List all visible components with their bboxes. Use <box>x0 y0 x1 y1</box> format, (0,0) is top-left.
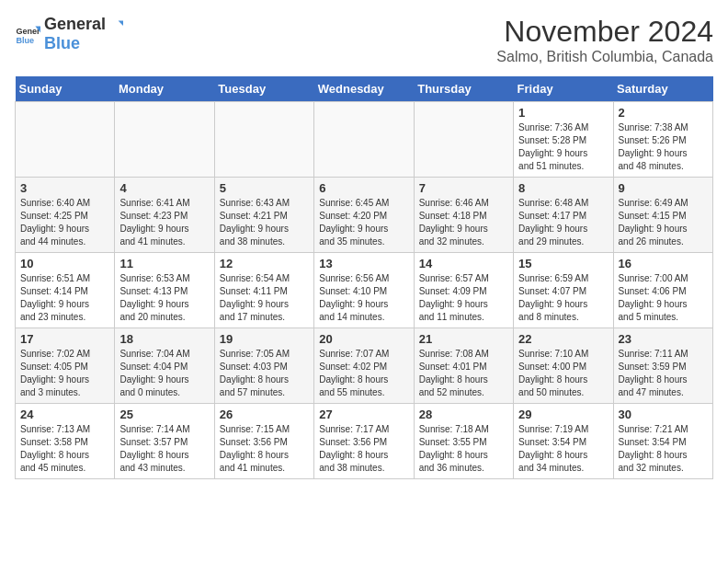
calendar-cell: 11Sunrise: 6:53 AM Sunset: 4:13 PM Dayli… <box>115 253 214 328</box>
month-title: November 2024 <box>496 15 713 49</box>
calendar-cell: 10Sunrise: 6:51 AM Sunset: 4:14 PM Dayli… <box>16 253 115 328</box>
logo-icon: General Blue <box>15 21 40 47</box>
calendar-cell: 5Sunrise: 6:43 AM Sunset: 4:21 PM Daylig… <box>214 178 313 253</box>
logo-blue-text: Blue <box>44 34 123 53</box>
day-info: Sunrise: 6:48 AM Sunset: 4:17 PM Dayligh… <box>518 197 608 248</box>
day-info: Sunrise: 6:59 AM Sunset: 4:07 PM Dayligh… <box>518 272 608 324</box>
col-header-monday: Monday <box>115 76 214 102</box>
day-number: 17 <box>20 332 109 346</box>
logo-general-text: General <box>44 15 123 34</box>
calendar-cell: 17Sunrise: 7:02 AM Sunset: 4:05 PM Dayli… <box>16 328 115 404</box>
day-info: Sunrise: 7:07 AM Sunset: 4:02 PM Dayligh… <box>319 348 408 399</box>
day-info: Sunrise: 6:46 AM Sunset: 4:18 PM Dayligh… <box>419 197 508 248</box>
day-info: Sunrise: 6:57 AM Sunset: 4:09 PM Dayligh… <box>419 272 508 324</box>
calendar-cell: 3Sunrise: 6:40 AM Sunset: 4:25 PM Daylig… <box>16 178 115 253</box>
day-number: 6 <box>319 181 408 195</box>
day-info: Sunrise: 6:54 AM Sunset: 4:11 PM Dayligh… <box>220 272 309 324</box>
calendar-cell: 25Sunrise: 7:14 AM Sunset: 3:57 PM Dayli… <box>115 404 214 479</box>
day-number: 5 <box>220 181 309 195</box>
day-number: 22 <box>518 332 608 346</box>
calendar-cell: 14Sunrise: 6:57 AM Sunset: 4:09 PM Dayli… <box>414 253 513 328</box>
calendar-table: SundayMondayTuesdayWednesdayThursdayFrid… <box>15 76 713 479</box>
col-header-saturday: Saturday <box>613 76 712 102</box>
day-number: 4 <box>119 181 209 195</box>
day-number: 28 <box>419 408 508 421</box>
day-info: Sunrise: 6:53 AM Sunset: 4:13 PM Dayligh… <box>119 272 209 324</box>
day-info: Sunrise: 7:04 AM Sunset: 4:04 PM Dayligh… <box>119 348 209 399</box>
col-header-thursday: Thursday <box>414 76 513 102</box>
day-info: Sunrise: 7:10 AM Sunset: 4:00 PM Dayligh… <box>518 348 608 399</box>
day-number: 13 <box>319 257 408 270</box>
calendar-week-row: 10Sunrise: 6:51 AM Sunset: 4:14 PM Dayli… <box>16 253 713 328</box>
calendar-cell: 22Sunrise: 7:10 AM Sunset: 4:00 PM Dayli… <box>514 328 613 404</box>
day-number: 18 <box>119 332 209 346</box>
day-info: Sunrise: 7:08 AM Sunset: 4:01 PM Dayligh… <box>419 348 508 399</box>
day-number: 15 <box>518 257 608 270</box>
calendar-cell: 26Sunrise: 7:15 AM Sunset: 3:56 PM Dayli… <box>214 404 313 479</box>
calendar-cell: 12Sunrise: 6:54 AM Sunset: 4:11 PM Dayli… <box>214 253 313 328</box>
calendar-cell: 2Sunrise: 7:38 AM Sunset: 5:26 PM Daylig… <box>613 102 712 178</box>
day-number: 23 <box>619 332 708 346</box>
logo-bird-icon <box>107 17 123 34</box>
calendar-cell: 20Sunrise: 7:07 AM Sunset: 4:02 PM Dayli… <box>314 328 414 404</box>
calendar-cell: 30Sunrise: 7:21 AM Sunset: 3:54 PM Dayli… <box>613 404 712 479</box>
day-number: 26 <box>220 408 309 421</box>
day-number: 30 <box>619 408 708 421</box>
day-info: Sunrise: 7:19 AM Sunset: 3:54 PM Dayligh… <box>518 423 608 475</box>
svg-marker-3 <box>119 20 123 25</box>
day-number: 2 <box>619 106 708 120</box>
location-title: Salmo, British Columbia, Canada <box>496 49 713 65</box>
calendar-week-row: 24Sunrise: 7:13 AM Sunset: 3:58 PM Dayli… <box>16 404 713 479</box>
day-info: Sunrise: 7:17 AM Sunset: 3:56 PM Dayligh… <box>319 423 408 475</box>
calendar-cell: 6Sunrise: 6:45 AM Sunset: 4:20 PM Daylig… <box>314 178 414 253</box>
col-header-friday: Friday <box>514 76 613 102</box>
header: General Blue General Blue November 2024 … <box>15 15 713 65</box>
day-number: 10 <box>20 257 109 270</box>
col-header-tuesday: Tuesday <box>214 76 313 102</box>
day-info: Sunrise: 6:51 AM Sunset: 4:14 PM Dayligh… <box>20 272 109 324</box>
day-info: Sunrise: 7:00 AM Sunset: 4:06 PM Dayligh… <box>619 272 708 324</box>
col-header-wednesday: Wednesday <box>314 76 414 102</box>
calendar-cell <box>214 102 313 178</box>
day-info: Sunrise: 6:49 AM Sunset: 4:15 PM Dayligh… <box>619 197 708 248</box>
calendar-cell <box>414 102 513 178</box>
day-number: 24 <box>20 408 109 421</box>
day-info: Sunrise: 7:02 AM Sunset: 4:05 PM Dayligh… <box>20 348 109 399</box>
day-number: 21 <box>419 332 508 346</box>
calendar-cell: 13Sunrise: 6:56 AM Sunset: 4:10 PM Dayli… <box>314 253 414 328</box>
calendar-cell: 18Sunrise: 7:04 AM Sunset: 4:04 PM Dayli… <box>115 328 214 404</box>
calendar-cell: 1Sunrise: 7:36 AM Sunset: 5:28 PM Daylig… <box>514 102 613 178</box>
calendar-cell <box>115 102 214 178</box>
calendar-cell: 27Sunrise: 7:17 AM Sunset: 3:56 PM Dayli… <box>314 404 414 479</box>
day-info: Sunrise: 7:38 AM Sunset: 5:26 PM Dayligh… <box>619 121 708 173</box>
day-number: 9 <box>619 181 708 195</box>
day-info: Sunrise: 7:15 AM Sunset: 3:56 PM Dayligh… <box>220 423 309 475</box>
calendar-cell: 19Sunrise: 7:05 AM Sunset: 4:03 PM Dayli… <box>214 328 313 404</box>
calendar-cell: 16Sunrise: 7:00 AM Sunset: 4:06 PM Dayli… <box>613 253 712 328</box>
calendar-cell <box>314 102 414 178</box>
calendar-cell: 9Sunrise: 6:49 AM Sunset: 4:15 PM Daylig… <box>613 178 712 253</box>
calendar-week-row: 1Sunrise: 7:36 AM Sunset: 5:28 PM Daylig… <box>16 102 713 178</box>
svg-text:Blue: Blue <box>16 36 34 45</box>
calendar-cell: 28Sunrise: 7:18 AM Sunset: 3:55 PM Dayli… <box>414 404 513 479</box>
day-info: Sunrise: 7:18 AM Sunset: 3:55 PM Dayligh… <box>419 423 508 475</box>
day-number: 29 <box>518 408 608 421</box>
day-number: 3 <box>20 181 109 195</box>
day-info: Sunrise: 7:05 AM Sunset: 4:03 PM Dayligh… <box>220 348 309 399</box>
day-info: Sunrise: 6:41 AM Sunset: 4:23 PM Dayligh… <box>119 197 209 248</box>
calendar-cell: 15Sunrise: 6:59 AM Sunset: 4:07 PM Dayli… <box>514 253 613 328</box>
day-number: 8 <box>518 181 608 195</box>
day-info: Sunrise: 7:11 AM Sunset: 3:59 PM Dayligh… <box>619 348 708 399</box>
calendar-week-row: 3Sunrise: 6:40 AM Sunset: 4:25 PM Daylig… <box>16 178 713 253</box>
calendar-week-row: 17Sunrise: 7:02 AM Sunset: 4:05 PM Dayli… <box>16 328 713 404</box>
calendar-cell: 21Sunrise: 7:08 AM Sunset: 4:01 PM Dayli… <box>414 328 513 404</box>
day-number: 12 <box>220 257 309 270</box>
day-info: Sunrise: 6:43 AM Sunset: 4:21 PM Dayligh… <box>220 197 309 248</box>
day-info: Sunrise: 6:40 AM Sunset: 4:25 PM Dayligh… <box>20 197 109 248</box>
calendar-cell: 8Sunrise: 6:48 AM Sunset: 4:17 PM Daylig… <box>514 178 613 253</box>
logo: General Blue General Blue <box>15 15 123 53</box>
day-number: 14 <box>419 257 508 270</box>
day-number: 20 <box>319 332 408 346</box>
day-number: 7 <box>419 181 508 195</box>
day-number: 19 <box>220 332 309 346</box>
